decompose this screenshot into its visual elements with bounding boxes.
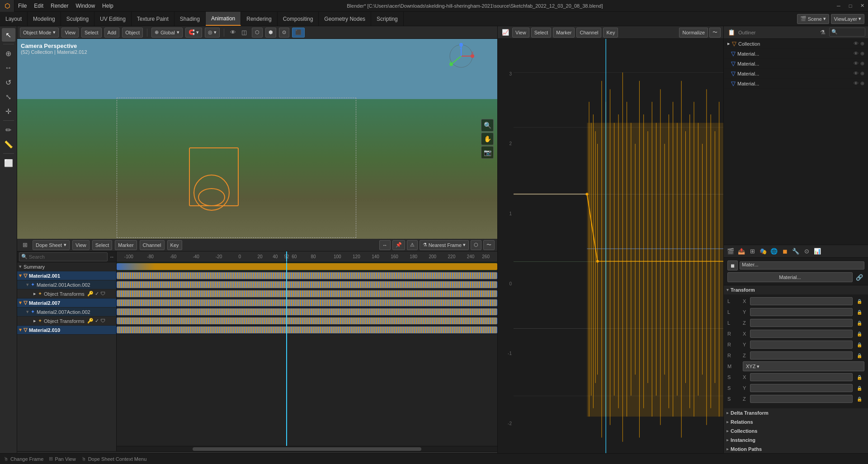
graph-extra-btn[interactable]: 〜 xyxy=(709,28,721,38)
graph-normalize-btn[interactable]: Normalize xyxy=(679,28,708,38)
object-icon-btn[interactable]: ◼ xyxy=(727,260,738,270)
cursor-tool-button[interactable]: ⊕ xyxy=(2,47,15,60)
viewport-camera-view[interactable]: 📷 xyxy=(481,146,494,159)
dopesheet-select-btn[interactable]: Select xyxy=(92,240,113,250)
relations-title[interactable]: ▸ Relations xyxy=(724,417,868,426)
transform-title[interactable]: ▾ Transform xyxy=(724,285,868,294)
graph-key-btn[interactable]: Key xyxy=(603,28,618,38)
move-tool-button[interactable]: ↔ xyxy=(2,61,15,75)
tab-compositing[interactable]: Compositing xyxy=(278,12,319,26)
outliner-item-4[interactable]: ▽ Material... 👁⊕ xyxy=(724,69,868,79)
tab-layout[interactable]: Layout xyxy=(0,12,28,26)
prop-input-sy[interactable] xyxy=(750,384,853,392)
viewport-shading-rendered[interactable]: ⬛ xyxy=(292,28,305,38)
viewport-3d[interactable]: Camera Perspective (52) Collection | Mat… xyxy=(17,39,497,239)
menu-help[interactable]: Help xyxy=(99,0,117,11)
prop-input-sx[interactable] xyxy=(750,373,853,381)
viewport-gizmo[interactable]: X Y Z xyxy=(448,43,475,70)
viewport-view-btn[interactable]: View xyxy=(61,28,79,38)
blender-logo[interactable]: ⬡ xyxy=(0,0,14,12)
snap-btn[interactable]: 🧲 ▾ xyxy=(185,28,202,38)
prop-lock-ly[interactable]: 🔒 xyxy=(854,307,864,317)
tab-geometry-nodes[interactable]: Geometry Nodes xyxy=(319,12,371,26)
prop-input-lx[interactable] xyxy=(750,297,853,305)
outliner-item-3[interactable]: ▽ Material... 👁⊕ xyxy=(724,59,868,69)
delta-transform-title[interactable]: ▸ Delta Transform xyxy=(724,408,868,417)
tab-animation[interactable]: Animation xyxy=(206,12,241,26)
dopesheet-extra-btn2[interactable]: 〜 xyxy=(483,240,495,250)
material-btn[interactable]: Material... xyxy=(727,272,853,282)
dopesheet-warn-btn[interactable]: ⚠ xyxy=(407,240,418,250)
tab-modeling[interactable]: Modeling xyxy=(28,12,61,26)
dopesheet-view-btn[interactable]: View xyxy=(72,240,90,250)
xray-toggle[interactable]: ◫ xyxy=(239,28,249,38)
object-name-input[interactable]: Mater... xyxy=(740,261,864,270)
dopesheet-marker-btn[interactable]: Marker xyxy=(115,240,137,250)
tab-rendering[interactable]: Rendering xyxy=(241,12,277,26)
ds-item-obj-transforms-1[interactable]: ▸ ✦ Object Transforms 🔑 ✓ 🛡 xyxy=(17,289,116,298)
viewport-shading-wire[interactable]: ⬡ xyxy=(252,28,263,38)
prop-lock-lx[interactable]: 🔒 xyxy=(854,296,864,306)
prop-input-lz[interactable] xyxy=(750,319,853,327)
graph-marker-btn[interactable]: Marker xyxy=(553,28,575,38)
outliner-item-1[interactable]: ▸ ▽ Collection 👁⊕ xyxy=(724,39,868,49)
outliner-item-5[interactable]: ▽ Material... 👁⊕ xyxy=(724,79,868,89)
prop-input-sz[interactable] xyxy=(750,395,853,403)
menu-file[interactable]: File xyxy=(14,0,30,11)
prop-data-icon[interactable]: 📊 xyxy=(812,246,822,256)
overlay-toggle[interactable]: 👁 xyxy=(228,28,238,38)
outliner-item-2[interactable]: ▽ Material... 👁⊕ xyxy=(724,49,868,59)
prop-input-rz[interactable] xyxy=(750,351,853,360)
dopesheet-pin-btn[interactable]: 📌 xyxy=(392,240,405,250)
graph-view-btn[interactable]: View xyxy=(512,28,529,38)
prop-lock-sx[interactable]: 🔒 xyxy=(854,372,864,382)
tab-uv-editing[interactable]: UV Editing xyxy=(94,12,132,26)
ds-item-material2001-action[interactable]: ▾ ✦ Material2.001Action.002 xyxy=(17,280,116,289)
prop-lock-sz[interactable]: 🔒 xyxy=(854,394,864,404)
ds-item-material2010[interactable]: ▾ ▽ Material2.010 xyxy=(17,326,116,335)
prop-render-icon[interactable]: 🎬 xyxy=(726,246,736,256)
view-layer-selector[interactable]: ViewLayer ▾ xyxy=(831,14,864,24)
select-tool-button[interactable]: ↖ xyxy=(2,28,15,42)
dopesheet-channel-btn[interactable]: Channel xyxy=(140,240,165,250)
ds-item-obj-transforms-2[interactable]: ▸ ✦ Object Transforms 🔑 ✓ 🛡 xyxy=(17,317,116,326)
tab-scripting[interactable]: Scripting xyxy=(371,12,404,26)
prop-mode-dropdown[interactable]: XYZ ▾ xyxy=(743,361,864,371)
prop-modifier-icon[interactable]: 🔧 xyxy=(791,246,801,256)
close-button[interactable]: ✕ xyxy=(856,0,868,12)
prop-lock-rz[interactable]: 🔒 xyxy=(854,350,864,360)
ds-item-material2007[interactable]: ▾ ▽ Material2.007 xyxy=(17,298,116,308)
outliner-filter-btn[interactable]: ⚗ xyxy=(818,28,828,38)
prop-scene-icon[interactable]: 🎭 xyxy=(758,246,768,256)
transform-tool-button[interactable]: ✛ xyxy=(2,104,15,118)
viewport-add-btn[interactable]: Add xyxy=(104,28,120,38)
viewport-hand[interactable]: ✋ xyxy=(481,133,494,145)
dopesheet-filter-dropdown[interactable]: ⚗ Nearest Frame ▾ xyxy=(420,240,469,250)
viewport-shading-material[interactable]: ⊙ xyxy=(279,28,289,38)
prop-object-icon[interactable]: ◼ xyxy=(780,246,790,256)
ds-item-material2007-action[interactable]: ▾ ✦ Material2.007Action.002 xyxy=(17,308,116,317)
prop-input-rx[interactable] xyxy=(750,330,853,338)
viewport-select-btn[interactable]: Select xyxy=(81,28,102,38)
scale-tool-button[interactable]: ⤡ xyxy=(2,90,15,104)
viewport-shading-solid[interactable]: ⬢ xyxy=(265,28,276,38)
motion-paths-title[interactable]: ▸ Motion Paths xyxy=(724,445,868,454)
prop-lock-rx[interactable]: 🔒 xyxy=(854,329,864,339)
tab-shading[interactable]: Shading xyxy=(175,12,206,26)
viewport-zoom-in[interactable]: 🔍 xyxy=(481,119,494,132)
outliner-search[interactable]: 🔍 xyxy=(829,28,865,37)
prop-input-ry[interactable] xyxy=(750,341,853,349)
menu-window[interactable]: Window xyxy=(72,0,99,11)
add-cube-button[interactable]: ⬜ xyxy=(2,156,15,170)
proportional-btn[interactable]: ◎ ▾ xyxy=(205,28,220,38)
measure-tool-button[interactable]: 📏 xyxy=(2,137,15,151)
tab-texture-paint[interactable]: Texture Paint xyxy=(132,12,175,26)
ds-item-material2001[interactable]: ▾ ▽ Material2.001 xyxy=(17,271,116,280)
prop-output-icon[interactable]: 📤 xyxy=(736,246,746,256)
viewport-mode-dropdown[interactable]: Object Mode ▾ xyxy=(20,28,59,38)
collections-title[interactable]: ▸ Collections xyxy=(724,426,868,436)
prop-lock-ry[interactable]: 🔒 xyxy=(854,340,864,350)
dopesheet-scroll-thumb[interactable] xyxy=(193,447,421,451)
dopesheet-search[interactable]: 🔍 Search xyxy=(19,252,108,261)
maximize-button[interactable]: □ xyxy=(844,0,856,12)
